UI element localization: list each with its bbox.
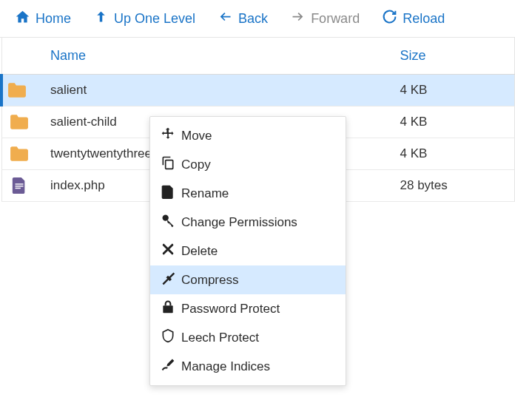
menu-item-label: Rename (181, 186, 229, 201)
menu-item-compress[interactable]: Compress (150, 265, 346, 294)
context-menu: MoveCopyRenameChange PermissionsDeleteCo… (149, 116, 346, 386)
folder-icon (1, 138, 43, 170)
leech-icon (161, 328, 181, 347)
compress-icon (161, 271, 181, 289)
forward-arrow-icon (290, 9, 306, 28)
menu-item-move[interactable]: Move (150, 121, 346, 150)
toolbar-label: Home (36, 11, 71, 27)
reload-icon (382, 9, 397, 28)
toolbar-label: Reload (403, 11, 445, 27)
column-header-icon[interactable] (1, 38, 43, 75)
menu-item-label: Delete (181, 244, 218, 259)
file-size: 4 KB (393, 106, 515, 138)
up-one-level-button[interactable]: Up One Level (83, 6, 207, 31)
forward-button: Forward (280, 6, 371, 31)
indices-icon (161, 357, 181, 376)
svg-rect-0 (15, 183, 23, 184)
menu-item-password[interactable]: Password Protect (150, 294, 346, 323)
home-button[interactable]: Home (4, 6, 83, 31)
menu-item-label: Manage Indices (181, 359, 270, 374)
delete-icon (161, 242, 181, 260)
menu-item-label: Copy (181, 158, 211, 172)
menu-item-label: Change Permissions (181, 215, 297, 230)
menu-item-label: Move (181, 129, 212, 143)
menu-item-label: Password Protect (181, 302, 280, 316)
menu-item-permissions[interactable]: Change Permissions (150, 208, 346, 237)
permissions-icon (161, 213, 181, 231)
menu-item-copy[interactable]: Copy (150, 150, 346, 179)
back-button[interactable]: Back (207, 6, 280, 31)
menu-item-label: Compress (181, 273, 238, 288)
up-arrow-icon (93, 9, 109, 28)
toolbar-label: Forward (311, 11, 360, 27)
file-icon (1, 170, 43, 202)
menu-item-rename[interactable]: Rename (150, 179, 346, 208)
toolbar-label: Back (238, 11, 268, 27)
rename-icon (161, 184, 181, 203)
svg-rect-1 (15, 186, 23, 186)
back-arrow-icon (218, 9, 233, 28)
file-size: 4 KB (393, 75, 515, 106)
file-size: 28 bytes (393, 170, 515, 202)
menu-item-delete[interactable]: Delete (150, 237, 346, 265)
toolbar-label: Up One Level (114, 11, 195, 27)
move-icon (161, 126, 181, 145)
column-header-size[interactable]: Size (393, 38, 515, 75)
table-row[interactable]: salient4 KB (1, 75, 515, 106)
toolbar: Home Up One Level Back Forward Reload (0, 0, 515, 38)
file-size: 4 KB (393, 138, 515, 170)
column-header-name[interactable]: Name (43, 38, 393, 75)
svg-rect-5 (163, 305, 172, 313)
folder-icon (1, 75, 43, 106)
copy-icon (161, 155, 181, 174)
password-icon (161, 299, 181, 318)
menu-item-leech[interactable]: Leech Protect (150, 323, 346, 352)
reload-button[interactable]: Reload (371, 6, 457, 31)
menu-item-label: Leech Protect (181, 331, 259, 345)
folder-icon (1, 106, 43, 138)
home-icon (15, 9, 30, 28)
menu-item-indices[interactable]: Manage Indices (150, 352, 346, 381)
file-name: salient (43, 75, 393, 106)
svg-rect-2 (15, 188, 20, 189)
svg-rect-3 (166, 160, 173, 169)
